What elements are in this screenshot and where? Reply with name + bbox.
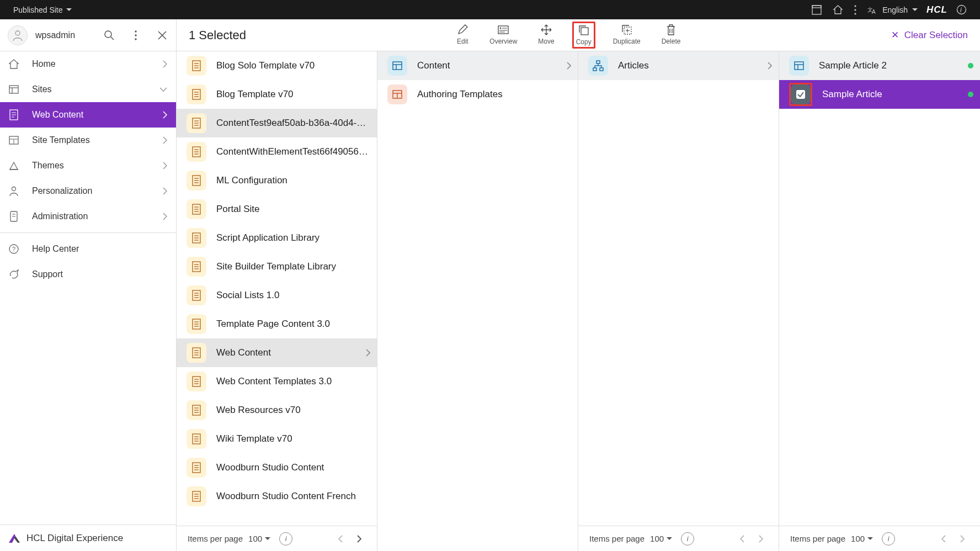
sidebar-item-label: Site Templates (32, 135, 151, 145)
sidebar-item-site-templates[interactable]: Site Templates (0, 128, 176, 153)
sidebar-item-administration[interactable]: Administration (0, 204, 176, 229)
svg-rect-115 (600, 68, 603, 71)
prev-page[interactable] (334, 535, 347, 543)
sidebar-item-home[interactable]: Home (0, 51, 176, 77)
clear-label: Clear Selection (904, 30, 968, 41)
chevron-right-icon (163, 213, 167, 220)
list-item[interactable]: Woodburn Studio Content (177, 453, 377, 482)
list-item[interactable]: Woodburn Studio Content French (177, 482, 377, 511)
copy-button[interactable]: Copy (572, 22, 595, 49)
list-item[interactable]: Social Lists 1.0 (177, 281, 377, 310)
move-button[interactable]: Move (535, 22, 557, 49)
sidebar-item-help[interactable]: ? Help Center (0, 236, 176, 262)
info-icon[interactable]: i (882, 532, 895, 545)
list-item[interactable]: Articles (578, 51, 779, 80)
item-label: Woodburn Studio Content (216, 462, 370, 473)
svg-text:?: ? (12, 246, 15, 252)
caret-down-icon (667, 537, 672, 541)
next-page[interactable] (754, 535, 768, 543)
tree-icon (588, 56, 608, 76)
list-item[interactable]: Template Page Content 3.0 (177, 310, 377, 338)
items-per-page-select[interactable]: 100 (650, 534, 672, 543)
panel-icon[interactable] (806, 5, 827, 15)
lib-icon (187, 372, 206, 391)
sidebar-item-support[interactable]: Support (0, 262, 176, 287)
more-button[interactable] (126, 26, 145, 45)
list-item[interactable]: Authoring Templates (377, 80, 578, 109)
column-2-list[interactable]: ContentAuthoring Templates (377, 51, 578, 551)
column-3-list[interactable]: Articles (578, 51, 779, 526)
footer-label: HCL Digital Experience (26, 533, 123, 544)
prev-page[interactable] (937, 535, 950, 543)
sidebar-item-sites[interactable]: Sites (0, 77, 176, 102)
language-label: English (882, 6, 908, 14)
themes-icon (8, 160, 20, 171)
more-icon[interactable] (849, 5, 862, 15)
chevron-right-icon (163, 136, 167, 144)
tmpl-icon (387, 84, 407, 104)
duplicate-button[interactable]: Duplicate (610, 22, 644, 49)
chevron-right-icon (163, 162, 167, 169)
duplicate-icon (621, 24, 633, 36)
list-item[interactable]: ML Configuration (177, 166, 377, 195)
item-label: Web Resources v70 (216, 405, 370, 416)
list-item[interactable]: Blog Solo Template v70 (177, 51, 377, 80)
copy-icon (578, 24, 590, 36)
list-item[interactable]: Web Content (177, 338, 377, 367)
list-item[interactable]: Web Content Templates 3.0 (177, 367, 377, 396)
delete-icon (665, 24, 677, 36)
list-item[interactable]: Web Resources v70 (177, 396, 377, 425)
next-page[interactable] (353, 535, 366, 543)
prev-page[interactable] (736, 535, 749, 543)
list-item[interactable]: Site Builder Template Library (177, 252, 377, 281)
info-icon[interactable]: i (951, 4, 972, 15)
next-page[interactable] (956, 535, 969, 543)
edit-button[interactable]: Edit (453, 22, 472, 49)
list-item[interactable]: ContentTest9eaf50ab-b36a-40d4-8… (177, 109, 377, 137)
items-per-page-label: Items per page (589, 534, 645, 543)
list-item[interactable]: Sample Article 2 (779, 51, 980, 80)
list-item[interactable]: Script Application Library (177, 224, 377, 252)
svg-point-28 (12, 187, 16, 191)
list-item[interactable]: Sample Article (779, 80, 980, 109)
sidebar-item-web-content[interactable]: Web Content (0, 102, 176, 128)
search-button[interactable] (100, 26, 119, 45)
clear-selection-button[interactable]: ✕ Clear Selection (891, 29, 968, 41)
close-button[interactable] (153, 26, 172, 45)
info-icon[interactable]: i (681, 532, 694, 545)
avatar[interactable] (8, 25, 28, 45)
column-1-list[interactable]: Blog Solo Template v70Blog Template v70C… (177, 51, 377, 526)
items-per-page-label: Items per page (790, 534, 845, 543)
language-selector[interactable]: 文A English (862, 5, 923, 15)
list-item[interactable]: ContentWithElementTest66f49056-… (177, 137, 377, 166)
info-icon[interactable]: i (279, 532, 292, 545)
svg-point-12 (135, 30, 136, 32)
list-item[interactable]: Wiki Template v70 (177, 425, 377, 453)
sidebar-header: wpsadmin (0, 19, 176, 51)
main: wpsadmin Home Sites (0, 19, 980, 551)
delete-button[interactable]: Delete (658, 22, 684, 49)
home-icon[interactable] (827, 4, 849, 15)
list-item[interactable]: Content (377, 51, 578, 80)
list-item[interactable]: Portal Site (177, 195, 377, 224)
published-site-dropdown[interactable]: Published Site (8, 6, 77, 14)
overview-button[interactable]: Overview (486, 22, 520, 49)
item-label: Wiki Template v70 (216, 433, 370, 444)
selection-count: 1 Selected (189, 28, 246, 43)
checkbox-checked-icon[interactable] (791, 84, 811, 104)
items-per-page-select[interactable]: 100 (248, 534, 270, 543)
sidebar-item-themes[interactable]: Themes (0, 153, 176, 178)
svg-rect-0 (812, 6, 821, 14)
svg-point-14 (135, 38, 136, 40)
svg-point-2 (855, 5, 856, 7)
caret-down-icon (265, 537, 270, 541)
sidebar-item-label: Home (32, 59, 151, 69)
divider (0, 232, 176, 233)
items-per-page-select[interactable]: 100 (851, 534, 873, 543)
user-icon (12, 29, 24, 41)
svg-point-9 (15, 31, 20, 35)
sidebar-item-personalization[interactable]: Personalization (0, 178, 176, 204)
brand-logo: HCL (926, 4, 947, 15)
column-4-list[interactable]: Sample Article 2Sample Article (779, 51, 980, 526)
list-item[interactable]: Blog Template v70 (177, 80, 377, 109)
